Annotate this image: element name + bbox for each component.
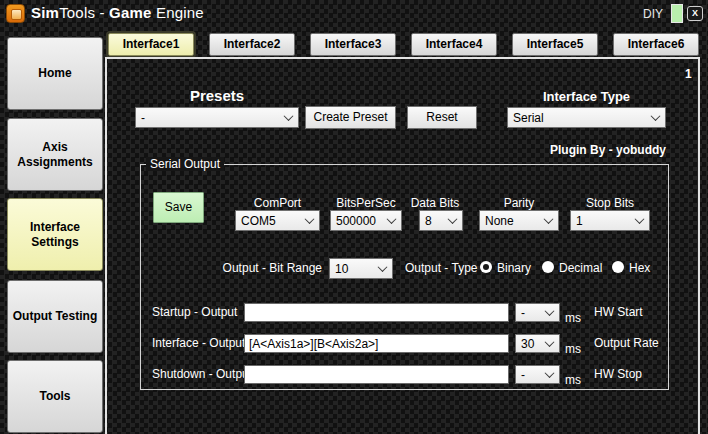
comport-value: COM5	[241, 214, 276, 228]
tab-interface5[interactable]: Interface5	[512, 33, 598, 56]
chevron-down-icon	[545, 217, 552, 224]
chevron-down-icon	[652, 114, 659, 121]
title-bar: SimTools - Game Engine DIY X	[0, 0, 708, 27]
stopbits-label: Stop Bits	[570, 196, 650, 210]
chevron-down-icon	[388, 217, 395, 224]
interface-type-value: Serial	[513, 111, 544, 125]
main-panel: 1 Presets - Create Preset Reset Interfac…	[105, 57, 700, 434]
tab-interface1[interactable]: Interface1	[108, 33, 194, 56]
interface-output-label: Interface - Output	[152, 336, 245, 350]
output-rate-dropdown[interactable]: 30	[515, 334, 560, 353]
close-icon[interactable]: X	[687, 6, 703, 21]
ms-unit-label: ms	[565, 342, 581, 356]
radio-decimal-label: Decimal	[559, 261, 602, 275]
interface-type-dropdown[interactable]: Serial	[507, 107, 666, 128]
sidebar-item-output-testing[interactable]: Output Testing	[7, 280, 103, 353]
title-part: Engine	[152, 4, 204, 21]
comport-dropdown[interactable]: COM5	[235, 210, 320, 231]
bitspersec-value: 500000	[336, 214, 376, 228]
presets-heading: Presets	[135, 87, 299, 104]
bit-range-value: 10	[335, 262, 348, 276]
hw-start-label: HW Start	[594, 305, 643, 319]
tab-interface4[interactable]: Interface4	[411, 33, 497, 56]
radio-decimal[interactable]	[542, 261, 554, 273]
chevron-down-icon	[636, 217, 643, 224]
output-rate-value: 30	[521, 337, 534, 351]
bit-range-label: Output - Bit Range	[182, 261, 322, 275]
chevron-down-icon	[449, 217, 456, 224]
title-part: Game	[109, 4, 152, 21]
chevron-down-icon	[285, 114, 292, 121]
output-rate-label: Output Rate	[594, 336, 659, 350]
parity-dropdown[interactable]: None	[479, 210, 559, 231]
hw-stop-delay-dropdown[interactable]: -	[515, 365, 560, 384]
output-type-label: Output - Type	[405, 261, 478, 275]
app-icon	[6, 4, 25, 23]
tab-interface6[interactable]: Interface6	[613, 33, 699, 56]
serial-output-group-label: Serial Output	[146, 157, 224, 171]
shutdown-output-input[interactable]	[244, 365, 509, 384]
interface-output-input[interactable]	[244, 334, 509, 353]
page-indicator: 1	[685, 67, 692, 81]
hw-stop-label: HW Stop	[594, 367, 642, 381]
tab-interface3[interactable]: Interface3	[310, 33, 396, 56]
app-window: SimTools - Game Engine DIY X Interface1 …	[0, 0, 708, 434]
interface-type-heading: Interface Type	[507, 89, 666, 104]
chevron-down-icon	[379, 265, 386, 272]
parity-value: None	[485, 214, 514, 228]
tab-interface2[interactable]: Interface2	[209, 33, 295, 56]
stopbits-dropdown[interactable]: 1	[570, 210, 650, 231]
diy-label: DIY	[643, 7, 663, 21]
presets-dropdown[interactable]: -	[135, 107, 299, 128]
hw-stop-delay-value: -	[521, 368, 525, 382]
reset-button[interactable]: Reset	[407, 106, 477, 129]
save-button[interactable]: Save	[153, 192, 204, 223]
radio-hex[interactable]	[612, 261, 624, 273]
bitspersec-dropdown[interactable]: 500000	[330, 210, 402, 231]
parity-label: Parity	[479, 196, 559, 210]
radio-binary[interactable]	[480, 261, 492, 273]
startup-output-label: Startup - Output	[152, 305, 237, 319]
comport-label: ComPort	[235, 196, 320, 210]
sidebar-item-tools[interactable]: Tools	[7, 360, 103, 433]
startup-output-input[interactable]	[244, 303, 509, 322]
chevron-down-icon	[546, 309, 553, 316]
radio-hex-label: Hex	[629, 261, 650, 275]
title-part: -	[95, 4, 109, 21]
presets-dropdown-value: -	[141, 111, 145, 125]
minimize-button[interactable]	[671, 4, 683, 23]
databits-value: 8	[425, 214, 432, 228]
window-title: SimTools - Game Engine	[31, 4, 204, 21]
plugin-by-label: Plugin By - yobuddy	[407, 143, 666, 157]
chevron-down-icon	[546, 340, 553, 347]
hw-start-delay-dropdown[interactable]: -	[515, 303, 560, 322]
bitspersec-label: BitsPerSec	[330, 196, 402, 210]
sidebar-item-home[interactable]: Home	[7, 37, 103, 110]
databits-label: Data Bits	[407, 196, 463, 210]
sidebar-item-interface-settings[interactable]: Interface Settings	[7, 198, 103, 271]
bit-range-dropdown[interactable]: 10	[329, 258, 393, 279]
ms-unit-label: ms	[565, 373, 581, 387]
chevron-down-icon	[546, 371, 553, 378]
title-part: Tools	[59, 4, 95, 21]
radio-binary-label: Binary	[497, 261, 531, 275]
create-preset-button[interactable]: Create Preset	[305, 106, 396, 129]
shutdown-output-label: Shutdown - Output	[152, 367, 252, 381]
stopbits-value: 1	[576, 214, 583, 228]
ms-unit-label: ms	[565, 311, 581, 325]
hw-start-delay-value: -	[521, 306, 525, 320]
chevron-down-icon	[306, 217, 313, 224]
sidebar-item-axis-assignments[interactable]: Axis Assignments	[7, 118, 103, 191]
databits-dropdown[interactable]: 8	[419, 210, 463, 231]
title-part: Sim	[31, 4, 59, 21]
